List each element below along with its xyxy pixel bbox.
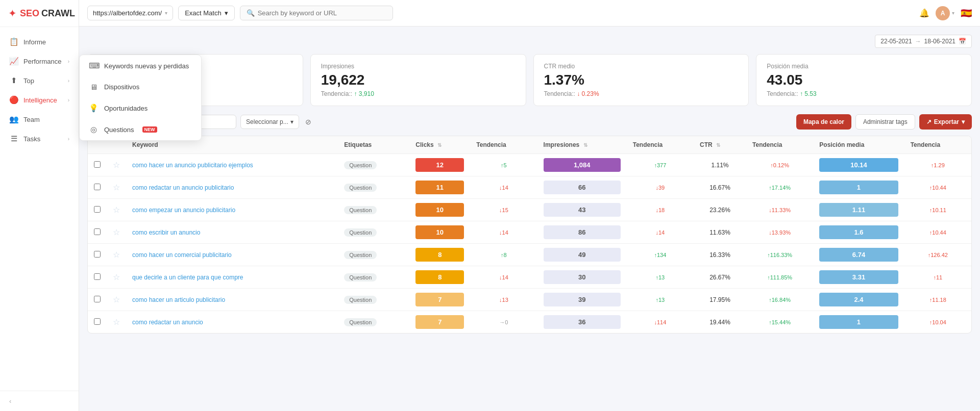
export-button[interactable]: ↗ Exportar ▾: [919, 114, 972, 130]
row-star-cell: ☆: [107, 244, 126, 266]
pos-value: 1: [819, 181, 898, 194]
tag-badge[interactable]: Question: [344, 161, 377, 169]
chevron-down-icon: ▾: [225, 9, 228, 17]
tag-badge[interactable]: Question: [344, 228, 377, 237]
th-clicks[interactable]: Clicks ⇅: [409, 136, 470, 154]
tag-badge[interactable]: Question: [344, 206, 377, 214]
row-checkbox[interactable]: [94, 184, 101, 190]
search-icon: 🔍: [247, 9, 255, 17]
clicks-value: 7: [415, 293, 464, 306]
th-impressions[interactable]: Impresiones ⇅: [537, 136, 627, 154]
th-tend-imp: Tendencia: [627, 136, 694, 154]
filter-select-2[interactable]: Seleccionar p... ▾: [240, 115, 299, 129]
search-box[interactable]: 🔍: [240, 6, 393, 20]
star-icon[interactable]: ☆: [113, 295, 120, 304]
sidebar-item-tasks[interactable]: ☰ Tasks ›: [0, 129, 79, 148]
sort-icon: ⇅: [583, 142, 587, 148]
ctr-trend-value: ↑116.33%: [767, 252, 792, 258]
chevron-down-icon: ▾: [962, 118, 965, 125]
row-checkbox[interactable]: [94, 251, 101, 258]
row-checkbox-cell: [88, 266, 107, 289]
row-checkbox[interactable]: [94, 318, 101, 325]
dropdown-item-oportunidades[interactable]: 💡 Oportunidades: [80, 97, 201, 119]
kpi-card-impresiones: Impresiones 19,622 Tendencia:: ↑ 3,910: [310, 54, 526, 106]
kpi-tendency: Tendencia:: ↑ 3,910: [321, 90, 516, 97]
row-checkbox-cell: [88, 199, 107, 221]
table-row: ☆ como hacer un comercial publicitario Q…: [88, 244, 971, 266]
dropdown-item-questions[interactable]: ◎ Questions NEW: [80, 119, 201, 140]
sidebar-item-intelligence[interactable]: 🔴 Intelligence ›: [0, 90, 79, 110]
end-date: 18-06-2021: [924, 38, 955, 45]
manage-tags-button[interactable]: Administrar tags: [855, 114, 915, 130]
tag-badge[interactable]: Question: [344, 273, 377, 281]
bell-icon[interactable]: 🔔: [919, 8, 929, 18]
keywords-table: Keyword Etiquetas Clicks ⇅ Tendencia Imp…: [87, 136, 972, 333]
sidebar-item-team[interactable]: 👥 Team: [0, 110, 79, 129]
search-input[interactable]: [258, 9, 386, 17]
star-icon[interactable]: ☆: [113, 273, 120, 281]
row-clicks-tend: ↓14: [470, 266, 537, 289]
row-pos: 1.11: [813, 199, 904, 221]
row-pos: 10.14: [813, 154, 904, 176]
clicks-value: 7: [415, 315, 464, 329]
intelligence-icon: 🔴: [9, 95, 18, 105]
heatmap-button[interactable]: Mapa de calor: [796, 114, 851, 130]
tag-badge[interactable]: Question: [344, 296, 377, 304]
date-range-picker[interactable]: 22-05-2021 → 18-06-2021 📅: [875, 35, 972, 48]
row-checkbox[interactable]: [94, 206, 101, 213]
tag-badge[interactable]: Question: [344, 318, 377, 326]
filter-icon[interactable]: ⊘: [303, 116, 313, 128]
clicks-value: 12: [415, 158, 464, 172]
keyword-link[interactable]: como redactar un anuncio: [132, 319, 203, 326]
row-pos-tend: ↑10.44: [904, 176, 971, 199]
star-icon[interactable]: ☆: [113, 318, 120, 326]
row-imp-tend: ↓14: [627, 221, 694, 244]
row-star-cell: ☆: [107, 154, 126, 176]
table-row: ☆ como hacer un anuncio publicitario eje…: [88, 154, 971, 176]
tag-badge[interactable]: Question: [344, 251, 377, 259]
kpi-label: Posición media: [767, 63, 961, 70]
avatar-button[interactable]: A ▾: [936, 6, 954, 20]
clicks-trend-value: ↓15: [499, 207, 508, 213]
keyword-link[interactable]: que decirle a un cliente para que compre: [132, 274, 243, 281]
ctr-trend-value: ↑0.12%: [770, 162, 789, 168]
tag-badge[interactable]: Question: [344, 184, 377, 192]
flag-icon[interactable]: 🇪🇸: [961, 8, 972, 19]
keyword-link[interactable]: como escribir un anuncio: [132, 229, 200, 236]
sidebar-item-top[interactable]: ⬆ Top ›: [0, 71, 79, 90]
pos-trend-value: ↑10.11: [929, 207, 946, 213]
keyboard-icon: ⌨: [89, 61, 98, 70]
dropdown-item-keywords[interactable]: ⌨ Keywords nuevas y perdidas: [80, 55, 201, 76]
row-checkbox[interactable]: [94, 161, 101, 168]
th-ctr[interactable]: CTR ⇅: [694, 136, 746, 154]
star-icon[interactable]: ☆: [113, 161, 120, 169]
imp-trend-value: ↑13: [656, 297, 665, 303]
row-pos-tend: ↑10.11: [904, 199, 971, 221]
row-keyword: como hacer un anuncio publicitario ejemp…: [126, 154, 338, 176]
row-star-cell: ☆: [107, 199, 126, 221]
row-clicks-tend: →0: [470, 311, 537, 333]
star-icon[interactable]: ☆: [113, 228, 120, 237]
row-checkbox[interactable]: [94, 296, 101, 302]
match-type-dropdown[interactable]: Exact Match ▾: [178, 6, 235, 20]
star-icon[interactable]: ☆: [113, 250, 120, 259]
keyword-link[interactable]: como hacer un anuncio publicitario ejemp…: [132, 162, 253, 169]
dropdown-item-dispositivos[interactable]: 🖥 Dispositivos: [80, 76, 201, 97]
star-icon[interactable]: ☆: [113, 206, 120, 214]
collapse-button[interactable]: ‹: [0, 391, 79, 411]
keyword-link[interactable]: como hacer un articulo publicitario: [132, 296, 225, 303]
keyword-link[interactable]: como redactar un anuncio publicitario: [132, 184, 234, 191]
kpi-value: 1.37%: [544, 72, 739, 88]
url-dropdown[interactable]: https://albertofdez.com/ ▾: [87, 6, 173, 20]
row-tag: Question: [338, 311, 409, 333]
row-checkbox[interactable]: [94, 228, 101, 235]
keyword-link[interactable]: como hacer un comercial publicitario: [132, 251, 232, 259]
pos-value: 2.4: [819, 293, 898, 306]
clicks-trend-value: ↑5: [501, 162, 507, 168]
row-checkbox[interactable]: [94, 273, 101, 280]
sidebar-item-performance[interactable]: 📈 Performance ›: [0, 52, 79, 71]
star-icon[interactable]: ☆: [113, 183, 120, 192]
keyword-link[interactable]: como empezar un anuncio publicitario: [132, 207, 235, 214]
row-clicks: 10: [409, 221, 470, 244]
sidebar-item-informe[interactable]: 📋 Informe: [0, 32, 79, 52]
